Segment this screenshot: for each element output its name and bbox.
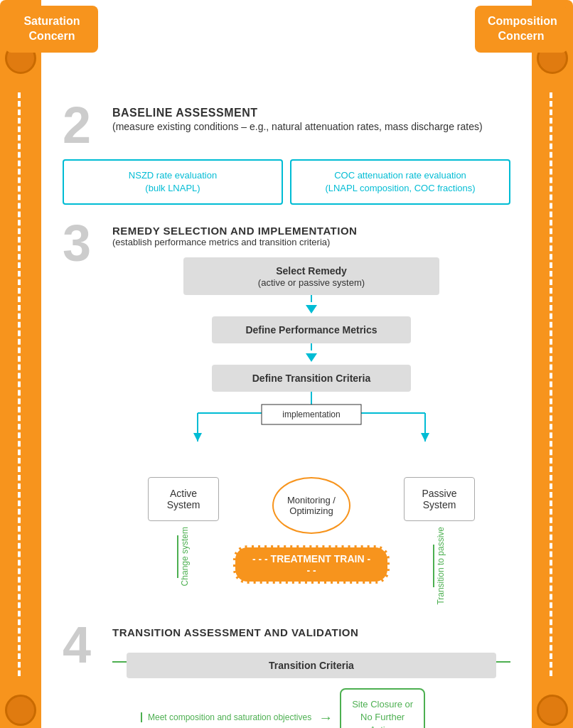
change-system-row: Change system xyxy=(177,527,190,586)
section-2-text: BASELINE ASSESSMENT (measure existing co… xyxy=(112,107,483,132)
green-line-right xyxy=(496,661,510,663)
section-2: 2 BASELINE ASSESSMENT (measure existing … xyxy=(63,107,510,151)
section-3-title: REMEDY SELECTION AND IMPLEMENTATION xyxy=(112,225,510,237)
right-bar xyxy=(532,0,573,728)
change-system-label: Change system xyxy=(180,527,190,586)
arrow-line-1 xyxy=(311,295,312,302)
green-line-left xyxy=(112,661,127,663)
transition-passive-label: Transition to passive xyxy=(436,527,446,605)
select-remedy-box: Select Remedy (active or passive system) xyxy=(183,257,439,295)
treatment-train-box: - - - TREATMENT TRAIN - - - xyxy=(233,545,390,584)
arrow-down-tc xyxy=(141,712,142,722)
section-2-title: BASELINE ASSESSMENT xyxy=(112,107,483,119)
define-metrics-label: Define Performance Metrics xyxy=(245,324,377,336)
transition-criteria-wrapper: Transition Criteria xyxy=(112,646,510,678)
flow-diagram: Select Remedy (active or passive system)… xyxy=(112,257,510,605)
arrow-head-1 xyxy=(306,305,317,314)
left-bar xyxy=(0,0,41,728)
composition-concern-tab: Composition Concern xyxy=(475,6,567,53)
step-2-number: 2 xyxy=(63,100,105,151)
select-remedy-label: Select Remedy xyxy=(276,265,347,277)
passive-system-box: PassiveSystem xyxy=(404,477,475,521)
select-remedy-sub: (active or passive system) xyxy=(198,277,425,288)
section-4-title: TRANSITION ASSESSMENT AND VALIDATION xyxy=(112,626,510,638)
coc-text: COC attenuation rate evaluation(LNAPL co… xyxy=(325,170,475,193)
arrow-line-2 xyxy=(311,343,312,350)
active-system-label: ActiveSystem xyxy=(167,488,200,510)
closure-box: Site Closure or No Further Action xyxy=(340,688,425,728)
svg-marker-4 xyxy=(193,433,202,441)
nszd-text: NSZD rate evaluation(bulk LNAPL) xyxy=(129,170,217,193)
nszd-box: NSZD rate evaluation(bulk LNAPL) xyxy=(63,159,283,205)
cyan-boxes: NSZD rate evaluation(bulk LNAPL) COC att… xyxy=(63,159,510,205)
monitoring-label: Monitoring /Optimizing xyxy=(287,495,336,516)
monitoring-circle: Monitoring /Optimizing xyxy=(272,477,350,534)
left-circle-bottom xyxy=(5,695,36,726)
transition-passive-line xyxy=(433,545,434,587)
outer-frame: Saturation Concern Composition Concern 2… xyxy=(0,0,573,728)
step-3-number: 3 xyxy=(63,218,105,269)
active-system-box: ActiveSystem xyxy=(148,477,219,521)
svg-marker-5 xyxy=(421,433,429,441)
section-3-subtitle: (establish performance metrics and trans… xyxy=(112,237,510,247)
arrow-head-2 xyxy=(306,353,317,362)
step-4-number: 4 xyxy=(63,619,105,670)
section-3-content: REMEDY SELECTION AND IMPLEMENTATION (est… xyxy=(112,225,510,605)
change-system-line xyxy=(177,535,178,578)
coc-box: COC attenuation rate evaluation(LNAPL co… xyxy=(290,159,510,205)
meet-objectives-text: Meet composition and saturation objectiv… xyxy=(148,712,311,722)
left-branch: ActiveSystem Change system xyxy=(141,477,226,586)
section-3-wrapper: 3 REMEDY SELECTION AND IMPLEMENTATION (e… xyxy=(63,225,510,605)
define-criteria-box: Define Transition Criteria xyxy=(212,365,411,392)
saturation-concern-tab: Saturation Concern xyxy=(6,6,98,53)
define-metrics-box: Define Performance Metrics xyxy=(212,316,411,343)
closure-text: Site Closure or No Further Action xyxy=(352,699,413,728)
section-4-content: TRANSITION ASSESSMENT AND VALIDATION Tra… xyxy=(112,626,510,728)
passive-system-label: PassiveSystem xyxy=(422,488,456,510)
arrow-2 xyxy=(306,343,317,365)
section-4-wrapper: 4 TRANSITION ASSESSMENT AND VALIDATION T… xyxy=(63,626,510,728)
main-content: 2 BASELINE ASSESSMENT (measure existing … xyxy=(48,7,525,728)
bottom-flow: Meet composition and saturation objectiv… xyxy=(112,688,510,728)
split-row: ActiveSystem Change system Monitoring /O… xyxy=(141,477,482,605)
section-2-subtitle: (measure existing conditions – e.g., nat… xyxy=(112,121,483,132)
center-branch: Monitoring /Optimizing - - - TREATMENT T… xyxy=(226,477,397,584)
define-criteria-label: Define Transition Criteria xyxy=(252,373,370,384)
svg-text:implementation: implementation xyxy=(282,410,340,419)
transition-passive-row: Transition to passive xyxy=(433,527,446,605)
arrow-right-icon: → xyxy=(318,710,333,726)
arrow-1 xyxy=(306,295,317,316)
right-circle-bottom xyxy=(537,695,568,726)
transition-criteria-box: Transition Criteria xyxy=(127,653,496,678)
right-branch: PassiveSystem Transition to passive xyxy=(397,477,482,605)
